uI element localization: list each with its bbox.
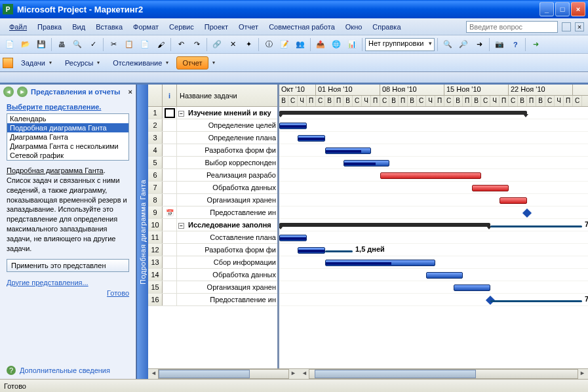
help-small-icon[interactable]: ? xyxy=(7,366,16,375)
timescale[interactable]: Окт '1001 Ноя '1008 Ноя '1015 Ноя '1022 … xyxy=(279,85,588,107)
arrow-icon[interactable]: ➜ xyxy=(528,37,543,52)
row-num-header[interactable] xyxy=(148,85,163,106)
nav-back-icon[interactable]: ◄ xyxy=(3,87,14,97)
gantt-row[interactable]: 7 дней xyxy=(279,219,588,231)
mdi-close-button[interactable]: × xyxy=(575,22,584,31)
print-icon[interactable]: 🖶 xyxy=(54,37,69,52)
table-row[interactable]: 15Организация хранен xyxy=(148,281,277,294)
table-row[interactable]: 8Организация хранен xyxy=(148,194,277,206)
table-row[interactable]: 4Разработка форм фи xyxy=(148,144,277,157)
table-row[interactable]: 3Определение плана xyxy=(148,132,277,144)
slack-bar[interactable] xyxy=(325,250,353,252)
task-bar[interactable] xyxy=(325,147,371,154)
open-icon[interactable]: 📂 xyxy=(18,37,33,52)
summary-bar[interactable] xyxy=(279,223,490,227)
gantt-row[interactable] xyxy=(279,269,588,281)
gantt-row[interactable] xyxy=(279,194,588,206)
grouping-combo[interactable]: Нет группировки xyxy=(365,38,435,51)
info-icon[interactable]: ⓘ xyxy=(262,37,276,52)
paste-icon[interactable]: 📄 xyxy=(138,37,152,52)
view-item-network[interactable]: Сетевой график xyxy=(7,151,128,160)
table-row[interactable]: 12Разработка форм фи xyxy=(148,244,277,256)
nav-fwd-icon[interactable]: ► xyxy=(17,87,28,97)
zoom-out-icon[interactable]: 🔎 xyxy=(456,37,471,52)
menu-collab[interactable]: Совместная работа xyxy=(264,21,340,33)
goto-icon[interactable]: ➜ xyxy=(472,37,486,52)
preview-icon[interactable]: 🔍 xyxy=(70,37,85,52)
table-row[interactable]: 5Выбор корреспонден xyxy=(148,157,277,169)
table-row[interactable]: 14Обработка данных xyxy=(148,269,277,281)
menu-insert[interactable]: Вставка xyxy=(90,21,128,33)
table-row[interactable]: 10− Исследование заполня xyxy=(148,219,277,231)
view-item-calendar[interactable]: Календарь xyxy=(7,114,128,123)
minimize-button[interactable]: _ xyxy=(539,2,554,16)
help-search-input[interactable] xyxy=(466,21,558,33)
undo-icon[interactable]: ↶ xyxy=(174,37,188,52)
help-icon[interactable]: ? xyxy=(508,37,522,52)
task-bar[interactable] xyxy=(343,160,389,167)
table-row[interactable]: 6Реализация разрабо xyxy=(148,169,277,182)
viewbar-tracking[interactable]: Отслеживание▾ xyxy=(108,57,174,69)
ready-link[interactable]: Готово xyxy=(7,289,129,297)
view-item-detail-gantt[interactable]: Подробная диаграмма Ганта xyxy=(7,123,128,132)
unlink-icon[interactable]: ✕ xyxy=(225,37,240,52)
table-row[interactable]: 1− Изучение мнений и вку xyxy=(148,107,277,119)
task-bar[interactable] xyxy=(454,284,490,291)
view-item-multi-gantt[interactable]: Диаграмма Ганта с несколькими xyxy=(7,142,128,151)
menu-view[interactable]: Вид xyxy=(67,21,90,33)
publish-icon[interactable]: 📤 xyxy=(313,37,328,52)
task-bar[interactable] xyxy=(298,135,325,142)
gantt-row[interactable] xyxy=(279,182,588,194)
guide-icon[interactable] xyxy=(3,58,13,68)
redo-icon[interactable]: ↷ xyxy=(189,37,204,52)
copy-pic-icon[interactable]: 📷 xyxy=(492,37,507,52)
task-bar[interactable] xyxy=(325,260,435,266)
menu-edit[interactable]: Правка xyxy=(32,21,67,33)
task-bar[interactable] xyxy=(279,235,307,241)
table-row[interactable]: 2Определение целей xyxy=(148,119,277,132)
table-row[interactable]: 9📅Предоставление ин xyxy=(148,206,277,219)
gantt-row[interactable] xyxy=(279,107,588,119)
gantt-row[interactable] xyxy=(279,256,588,269)
pane-close-icon[interactable]: × xyxy=(128,88,132,96)
task-bar[interactable] xyxy=(380,172,481,179)
viewbar-tasks[interactable]: Задачи▾ xyxy=(16,57,57,69)
task-bar[interactable] xyxy=(298,247,325,254)
task-bar[interactable] xyxy=(472,185,509,191)
viewbar-resources[interactable]: Ресурсы▾ xyxy=(60,57,105,69)
slack-bar[interactable] xyxy=(490,225,582,227)
spell-icon[interactable]: ✓ xyxy=(86,37,100,52)
menu-file[interactable]: Файл xyxy=(4,21,32,33)
gantt-row[interactable] xyxy=(279,231,588,244)
menu-help[interactable]: Справка xyxy=(367,21,406,33)
gantt-row[interactable] xyxy=(279,281,588,294)
apply-view-button[interactable]: Применить это представлен xyxy=(7,259,129,272)
task-name-header[interactable]: Название задачи xyxy=(177,85,277,106)
cut-icon[interactable]: ✂ xyxy=(106,37,121,52)
view-item-gantt[interactable]: Диаграмма Ганта xyxy=(7,132,128,142)
slack-bar[interactable] xyxy=(490,300,582,302)
link-icon[interactable]: 🔗 xyxy=(210,37,224,52)
zoom-in-icon[interactable]: 🔍 xyxy=(441,37,455,52)
format-paint-icon[interactable]: 🖌 xyxy=(153,37,168,52)
more-info-link[interactable]: Дополнительные сведения xyxy=(20,366,110,374)
task-bar[interactable] xyxy=(279,123,307,129)
table-row[interactable]: 13Сбор информации xyxy=(148,256,277,269)
table-row[interactable]: 11Составление плана xyxy=(148,231,277,244)
menu-service[interactable]: Сервис xyxy=(164,21,199,33)
collab-icon[interactable]: 🌐 xyxy=(329,37,343,52)
gantt-chart[interactable]: Окт '1001 Ноя '1008 Ноя '1015 Ноя '1022 … xyxy=(279,85,588,368)
gantt-row[interactable] xyxy=(279,119,588,132)
other-views-link[interactable]: Другие представления... xyxy=(7,279,129,286)
summary-bar[interactable] xyxy=(279,111,527,115)
menu-window[interactable]: Окно xyxy=(340,21,368,33)
gantt-row[interactable] xyxy=(279,157,588,169)
gantt-row[interactable] xyxy=(279,169,588,182)
horizontal-scrollbar[interactable] xyxy=(148,368,588,379)
menu-project[interactable]: Проект xyxy=(199,21,233,33)
new-icon[interactable]: 📄 xyxy=(3,37,17,52)
menu-report[interactable]: Отчет xyxy=(233,21,264,33)
view-list[interactable]: Календарь Подробная диаграмма Ганта Диаг… xyxy=(7,113,129,161)
save-icon[interactable]: 💾 xyxy=(34,37,49,52)
gantt-row[interactable]: 7 дней xyxy=(279,294,588,306)
